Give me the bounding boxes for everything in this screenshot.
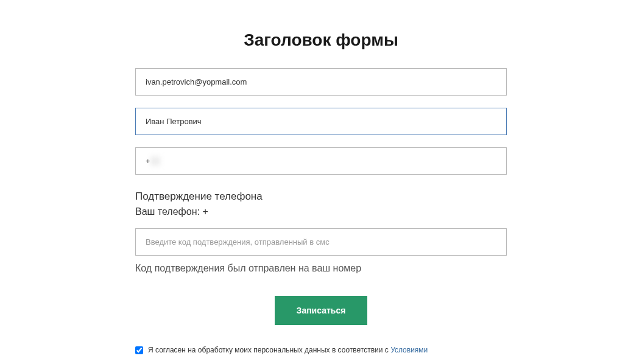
confirmation-status-text: Код подтверждения был отправлен на ваш н… bbox=[135, 263, 507, 274]
phone-masked-value: - - bbox=[150, 156, 160, 166]
phone-prefix: + bbox=[146, 156, 150, 166]
consent-row: Я согласен на обработку моих персональны… bbox=[135, 346, 507, 354]
confirmation-subtitle: Подтверждение телефона bbox=[135, 191, 507, 203]
form-title: Заголовок формы bbox=[135, 30, 507, 50]
form-container: Заголовок формы + - - Подтверждение теле… bbox=[135, 30, 507, 354]
consent-checkbox[interactable] bbox=[135, 346, 143, 354]
your-phone-label: Ваш телефон: + bbox=[135, 206, 208, 217]
consent-link[interactable]: Условиями bbox=[390, 346, 428, 354]
email-field[interactable] bbox=[135, 68, 507, 96]
phone-display: Ваш телефон: + bbox=[135, 206, 507, 217]
phone-field[interactable]: + - - bbox=[135, 147, 507, 175]
confirmation-code-field[interactable] bbox=[135, 228, 507, 256]
name-field[interactable] bbox=[135, 108, 507, 135]
consent-text: Я согласен на обработку моих персональны… bbox=[148, 346, 390, 354]
consent-label: Я согласен на обработку моих персональны… bbox=[148, 346, 428, 354]
submit-button[interactable]: Записаться bbox=[275, 296, 368, 325]
